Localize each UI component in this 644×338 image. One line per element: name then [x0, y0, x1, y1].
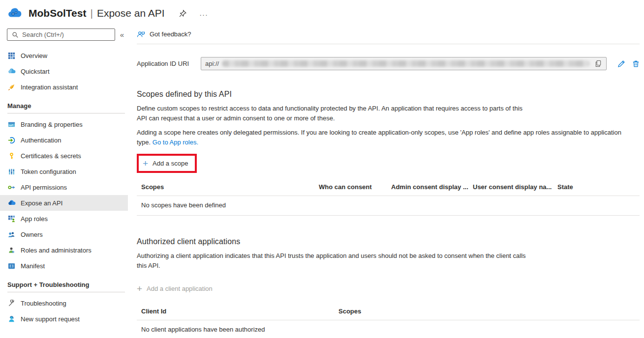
- scopes-description-1: Define custom scopes to restrict access …: [137, 104, 530, 123]
- rocket-icon: [7, 83, 16, 91]
- sidebar-item-token-configuration[interactable]: Token configuration: [0, 164, 128, 179]
- sidebar-item-label: Branding & properties: [21, 121, 83, 128]
- column-header-client-scopes: Scopes: [334, 303, 640, 320]
- column-header-scopes: Scopes: [137, 179, 314, 196]
- sidebar-item-label: Roles and administrators: [21, 247, 92, 254]
- app-roles-icon: [7, 215, 16, 223]
- sidebar-item-troubleshooting[interactable]: Troubleshooting: [0, 295, 128, 311]
- go-to-app-roles-link[interactable]: Go to App roles.: [153, 139, 198, 146]
- column-header-client-id: Client Id: [137, 303, 334, 320]
- sidebar-search[interactable]: [7, 28, 115, 41]
- sidebar-item-label: Manifest: [21, 262, 45, 270]
- sidebar-item-app-roles[interactable]: App roles: [0, 211, 128, 226]
- column-header-who-can-consent: Who can consent: [314, 179, 387, 196]
- sidebar-item-label: Troubleshooting: [21, 300, 66, 307]
- grid-icon: [7, 52, 16, 60]
- app-cloud-badge-icon: [7, 5, 23, 21]
- sidebar-item-expose-an-api[interactable]: Expose an API: [0, 195, 128, 211]
- plug-icon: [7, 183, 16, 192]
- app-name: MobSolTest: [29, 7, 86, 19]
- more-options-icon[interactable]: ...: [200, 9, 209, 17]
- application-id-uri-label: Application ID URI: [137, 60, 195, 67]
- add-a-scope-button[interactable]: + Add a scope: [139, 156, 195, 171]
- got-feedback-label: Got feedback?: [150, 30, 191, 38]
- sidebar-section-manage: Manage: [0, 95, 128, 113]
- quickstart-cloud-icon: [7, 67, 16, 76]
- clients-empty-message: No client applications have been authori…: [137, 320, 640, 338]
- add-a-client-application-button[interactable]: + Add a client application: [137, 281, 219, 296]
- sliders-icon: [7, 168, 16, 176]
- signin-arrow-icon: [7, 136, 16, 144]
- page-header: MobSolTest | Expose an API ...: [0, 0, 644, 24]
- application-id-uri-row: Application ID URI api://: [137, 57, 640, 70]
- sidebar-item-label: App roles: [21, 215, 48, 223]
- scopes-empty-message: No scopes have been defined: [137, 196, 640, 216]
- blade-title: Expose an API: [97, 7, 165, 19]
- column-header-user-consent-display: User consent display na...: [468, 179, 553, 196]
- column-header-state: State: [553, 179, 640, 196]
- blade-content: Got feedback? Application ID URI api://: [128, 24, 644, 338]
- people-icon: [7, 230, 16, 239]
- title-separator: |: [90, 7, 92, 19]
- search-icon: [11, 30, 19, 39]
- application-id-uri-value-redacted: [222, 60, 590, 67]
- column-header-admin-consent-display: Admin consent display ...: [387, 179, 468, 196]
- sidebar-item-roles-administrators[interactable]: Roles and administrators: [0, 242, 128, 258]
- sidebar-item-label: Token configuration: [21, 168, 76, 175]
- sidebar-item-integration-assistant[interactable]: Integration assistant: [0, 79, 128, 95]
- sidebar-item-overview[interactable]: Overview: [0, 48, 128, 63]
- scopes-table: Scopes Who can consent Admin consent dis…: [137, 179, 640, 216]
- page-title: MobSolTest | Expose an API: [29, 7, 165, 19]
- admin-person-icon: [7, 246, 16, 254]
- sidebar-item-authentication[interactable]: Authentication: [0, 132, 128, 148]
- sidebar-item-branding-properties[interactable]: Branding & properties: [0, 116, 128, 132]
- scopes-description-2-text: Adding a scope here creates only delegat…: [137, 129, 621, 146]
- divider: [7, 292, 125, 292]
- sidebar-item-label: New support request: [21, 315, 80, 323]
- sidebar-item-api-permissions[interactable]: API permissions: [0, 179, 128, 195]
- sidebar-item-quickstart[interactable]: Quickstart: [0, 63, 128, 79]
- client-applications-table: Client Id Scopes No client applications …: [137, 303, 640, 338]
- sidebar-section-support: Support + Troubleshooting: [0, 274, 128, 292]
- sidebar-item-new-support-request[interactable]: New support request: [0, 311, 128, 327]
- highlight-red-box: + Add a scope: [137, 154, 197, 173]
- wrench-icon: [7, 299, 16, 308]
- sidebar-item-label: Owners: [21, 231, 43, 238]
- got-feedback-button[interactable]: Got feedback?: [137, 25, 640, 44]
- sidebar-item-label: Integration assistant: [21, 84, 78, 91]
- sidebar-item-owners[interactable]: Owners: [0, 226, 128, 242]
- authorized-clients-heading: Authorized client applications: [137, 237, 640, 246]
- manifest-icon: [7, 262, 16, 270]
- sidebar-item-label: Expose an API: [21, 199, 62, 207]
- application-id-uri-prefix: api://: [205, 60, 219, 67]
- sidebar-item-label: Overview: [21, 52, 47, 59]
- plus-icon: +: [143, 159, 148, 168]
- copy-icon[interactable]: [595, 60, 602, 67]
- scopes-section-heading: Scopes defined by this API: [137, 90, 640, 99]
- scopes-description-2: Adding a scope here creates only delegat…: [137, 128, 629, 147]
- authorized-clients-description: Authorizing a client application indicat…: [137, 251, 535, 270]
- cloud-icon: [7, 199, 16, 207]
- support-person-icon: [7, 315, 16, 323]
- sidebar-item-certificates-secrets[interactable]: Certificates & secrets: [0, 148, 128, 164]
- search-input[interactable]: [22, 31, 111, 38]
- delete-trash-icon[interactable]: [632, 60, 640, 67]
- key-icon: [7, 152, 16, 160]
- sidebar: « Overview: [0, 24, 128, 338]
- application-id-uri-field[interactable]: api://: [201, 57, 607, 70]
- divider: [7, 113, 125, 113]
- picture-icon: [7, 120, 16, 129]
- sidebar-item-manifest[interactable]: Manifest: [0, 258, 128, 274]
- add-a-scope-label: Add a scope: [153, 160, 188, 167]
- sidebar-item-label: API permissions: [21, 184, 67, 191]
- edit-pencil-icon[interactable]: [617, 60, 625, 68]
- collapse-sidebar-chevron[interactable]: «: [120, 30, 124, 39]
- feedback-icon: [137, 30, 145, 38]
- sidebar-item-label: Certificates & secrets: [21, 152, 81, 160]
- sidebar-item-label: Authentication: [21, 137, 61, 144]
- sidebar-item-label: Quickstart: [21, 68, 50, 75]
- plus-icon: +: [137, 284, 142, 293]
- add-a-client-application-label: Add a client application: [147, 285, 213, 292]
- pin-icon[interactable]: [179, 9, 187, 18]
